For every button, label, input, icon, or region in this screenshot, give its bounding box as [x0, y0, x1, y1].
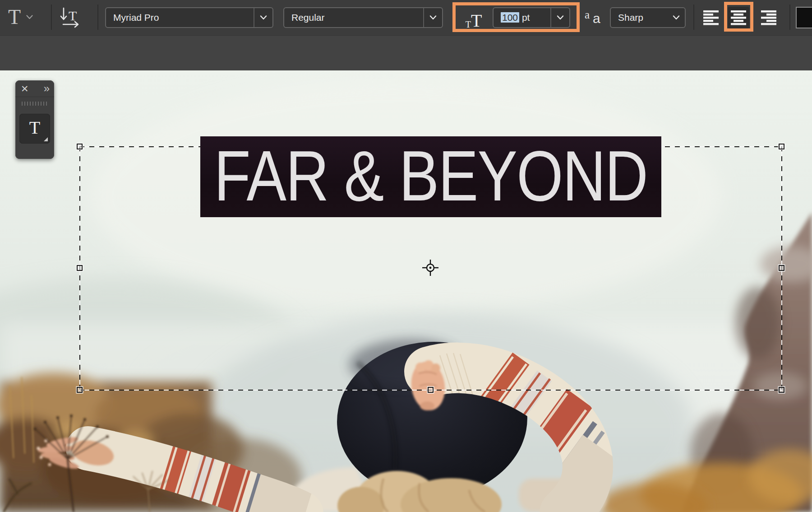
close-icon[interactable]: ✕ — [21, 84, 29, 93]
chevron-down-icon — [26, 15, 33, 19]
app-window: FAR & BEYOND ✕ » T T — [0, 0, 812, 512]
text-tool-icon: T — [29, 119, 40, 139]
align-center-button[interactable] — [728, 7, 749, 28]
font-size-value[interactable]: 100 pt — [494, 12, 550, 23]
font-size-number-selected[interactable]: 100 — [501, 12, 519, 23]
font-size-icon: TT — [460, 5, 487, 30]
panel-grip-handle[interactable] — [22, 102, 48, 106]
font-style-value: Regular — [284, 12, 423, 23]
text-layer-box[interactable]: FAR & BEYOND — [200, 136, 661, 217]
handle-mid-left[interactable] — [77, 265, 83, 271]
expand-panel-icon[interactable]: » — [44, 83, 49, 94]
font-size-unit: pt — [522, 12, 530, 23]
anti-alias-icon: a a — [584, 5, 604, 29]
type-tool-options-bar: T T Myriad Pro Regular — [0, 0, 812, 35]
chevron-down-icon[interactable] — [423, 8, 442, 27]
handle-bottom-center[interactable] — [428, 387, 434, 393]
svg-text:T: T — [69, 8, 77, 23]
align-left-icon — [703, 10, 720, 25]
chevron-down-icon[interactable] — [550, 8, 569, 27]
floating-tool-panel: ✕ » T — [15, 80, 54, 159]
tool-flyout-triangle-icon — [44, 137, 48, 141]
secondary-bar — [0, 35, 812, 70]
font-size-field[interactable]: 100 pt — [493, 7, 570, 28]
text-layer-content[interactable]: FAR & BEYOND — [214, 140, 648, 214]
text-tool-button[interactable]: T — [19, 114, 50, 144]
align-right-icon — [760, 10, 776, 25]
handle-mid-right[interactable] — [779, 265, 784, 271]
divider — [97, 5, 98, 30]
handle-top-left[interactable] — [77, 144, 83, 149]
tool-panel-header: ✕ » — [15, 80, 54, 97]
divider — [789, 5, 790, 30]
font-family-dropdown[interactable]: Myriad Pro — [105, 7, 273, 28]
chevron-down-icon[interactable] — [668, 15, 685, 20]
align-right-button[interactable] — [757, 6, 780, 29]
type-tool-icon: T — [8, 7, 21, 28]
anti-alias-dropdown[interactable]: Sharp — [610, 7, 686, 28]
align-left-button[interactable] — [700, 6, 723, 29]
anti-alias-value: Sharp — [611, 12, 668, 23]
chevron-down-icon[interactable] — [254, 8, 272, 27]
divider — [51, 5, 52, 30]
handle-top-right[interactable] — [779, 144, 784, 149]
handle-bottom-right[interactable] — [779, 387, 784, 393]
divider — [693, 5, 694, 30]
reference-point-crosshair[interactable] — [421, 259, 439, 277]
font-family-value: Myriad Pro — [106, 12, 254, 23]
align-center-icon — [730, 10, 747, 25]
font-style-dropdown[interactable]: Regular — [283, 7, 443, 28]
current-tool-indicator[interactable]: T — [8, 4, 47, 31]
text-color-swatch[interactable] — [796, 7, 812, 28]
text-orientation-icon[interactable]: T — [59, 6, 84, 31]
handle-bottom-left[interactable] — [77, 387, 83, 393]
